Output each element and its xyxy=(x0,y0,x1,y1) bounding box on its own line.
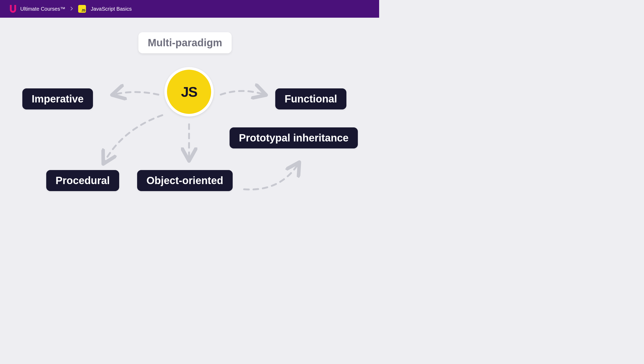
js-badge-icon: JS xyxy=(78,5,86,13)
header-bar: Ultimate Courses™ JS JavaScript Basics xyxy=(0,0,379,18)
node-label: Multi-paradigm xyxy=(148,37,222,48)
node-label: Imperative xyxy=(32,93,84,105)
course-title: JavaScript Basics xyxy=(91,6,132,12)
js-badge-label: JS xyxy=(81,8,85,12)
node-imperative: Imperative xyxy=(22,88,93,109)
node-label: Object-oriented xyxy=(146,175,223,186)
node-functional: Functional xyxy=(275,88,346,109)
center-js-label: JS xyxy=(181,84,197,100)
node-object-oriented: Object-oriented xyxy=(137,170,233,191)
node-multi-paradigm: Multi-paradigm xyxy=(138,32,232,53)
diagram-canvas: JS Multi-paradigm Imperative Functional … xyxy=(0,18,379,214)
brand-logo-icon xyxy=(9,4,17,13)
center-js-node: JS xyxy=(164,67,214,116)
brand-name: Ultimate Courses™ xyxy=(20,6,65,12)
center-js-inner: JS xyxy=(167,70,211,114)
node-label: Prototypal inheritance xyxy=(239,132,348,144)
node-label: Procedural xyxy=(56,175,110,186)
breadcrumb-chevron-icon xyxy=(70,6,73,11)
node-prototypal-inheritance: Prototypal inheritance xyxy=(230,127,358,148)
node-procedural: Procedural xyxy=(46,170,119,191)
node-label: Functional xyxy=(285,93,337,105)
